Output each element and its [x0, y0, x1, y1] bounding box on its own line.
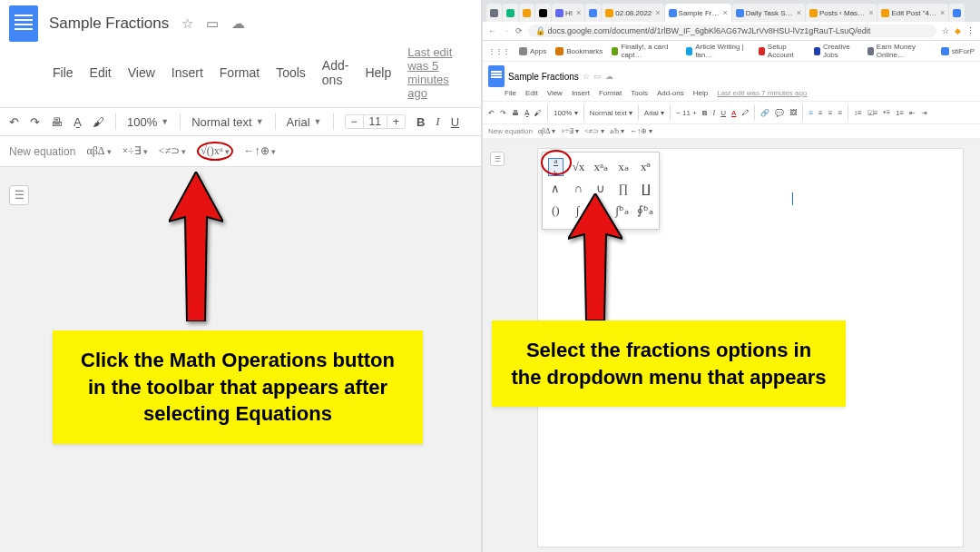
fontsize-increase[interactable]: +: [387, 115, 405, 128]
fontsize-box[interactable]: − 11 +: [676, 109, 697, 117]
new-equation-button[interactable]: New equation: [9, 145, 75, 158]
menu-insert[interactable]: Insert: [572, 89, 590, 97]
eq-option[interactable]: ∫: [571, 202, 586, 220]
align-left-icon[interactable]: ≡: [808, 109, 813, 117]
addr-ext1-icon[interactable]: ◆: [955, 26, 961, 35]
addr-star-icon[interactable]: ☆: [942, 26, 949, 35]
new-equation-button[interactable]: New equation: [488, 127, 533, 135]
browser-tab[interactable]: Daily Task S…×: [732, 4, 805, 22]
menu-tools[interactable]: Tools: [276, 65, 306, 80]
menu-insert[interactable]: Insert: [172, 65, 203, 80]
nav-reload-icon[interactable]: ⟳: [515, 26, 523, 35]
eq-option[interactable]: ∐: [638, 180, 653, 198]
tab-close-icon[interactable]: ×: [576, 8, 581, 17]
nav-back-icon[interactable]: ←: [488, 26, 496, 35]
browser-tab[interactable]: Posts ‹ Mas…×: [806, 4, 877, 22]
bookmark-item[interactable]: Creative Jobs: [814, 43, 858, 59]
eq-operators-button[interactable]: ×÷∃▾: [122, 144, 148, 158]
document-title[interactable]: Sample Fractions: [49, 15, 169, 33]
line-spacing-icon[interactable]: ↕≡: [854, 109, 862, 117]
link-icon[interactable]: 🔗: [760, 109, 769, 117]
browser-tab[interactable]: Sample Fr…×: [665, 4, 731, 22]
italic-button[interactable]: I: [713, 109, 716, 117]
docs-logo-icon[interactable]: [9, 5, 38, 42]
nav-forward-icon[interactable]: →: [502, 26, 510, 35]
apps-icon[interactable]: ⋮⋮⋮: [488, 47, 510, 55]
browser-tab[interactable]: [585, 4, 601, 22]
underline-button[interactable]: U: [720, 109, 726, 117]
comment-icon[interactable]: 💬: [775, 109, 784, 117]
eq-operators-button[interactable]: ×÷∃ ▾: [561, 127, 579, 135]
browser-tab[interactable]: [949, 4, 965, 22]
star-icon[interactable]: ☆: [181, 15, 193, 32]
eq-option[interactable]: ∫ᵇₐ: [615, 202, 631, 220]
address-url[interactable]: 🔒 docs.google.com/document/d/1rlBW_IF_6g…: [528, 25, 936, 37]
menu-edit[interactable]: Edit: [90, 65, 112, 80]
indent-decrease-icon[interactable]: ⇤: [909, 109, 916, 117]
eq-option[interactable]: xₐ: [616, 158, 632, 176]
eq-option[interactable]: xⁿₐ: [593, 158, 609, 176]
browser-tab[interactable]: 02.08.2022×: [602, 4, 663, 22]
eq-option[interactable]: xᵃ: [638, 158, 653, 176]
undo-icon[interactable]: ↶: [9, 115, 19, 129]
print-icon[interactable]: 🖶: [512, 109, 519, 117]
menu-format[interactable]: Format: [220, 65, 260, 80]
eq-option[interactable]: ab: [548, 158, 564, 176]
highlight-button[interactable]: 🖍: [741, 109, 749, 117]
bookmark-item[interactable]: Setup Account: [759, 43, 805, 59]
menu-file[interactable]: File: [53, 65, 74, 80]
indent-increase-icon[interactable]: ⇥: [921, 109, 927, 117]
zoom-select[interactable]: 100%▼: [127, 115, 169, 129]
tab-close-icon[interactable]: ×: [940, 8, 945, 17]
font-select[interactable]: Arial ▾: [644, 109, 664, 117]
menu-edit[interactable]: Edit: [525, 89, 538, 97]
eq-relations-button[interactable]: <≠⊃ ▾: [584, 127, 604, 135]
browser-tab[interactable]: H!×: [552, 4, 584, 22]
outline-toggle[interactable]: ☰: [490, 152, 505, 166]
align-center-icon[interactable]: ≡: [818, 109, 823, 117]
eq-greek-button[interactable]: αβΔ▾: [86, 144, 111, 158]
eq-math-ops-button[interactable]: √()xⁿ▾: [201, 144, 229, 158]
checklist-icon[interactable]: ☑≡: [867, 109, 878, 117]
bookmark-item[interactable]: Apps: [519, 47, 546, 55]
move-icon[interactable]: ▭: [206, 15, 219, 32]
eq-option[interactable]: ∪: [593, 180, 609, 198]
eq-option[interactable]: ∮: [593, 202, 608, 220]
tab-close-icon[interactable]: ×: [655, 8, 660, 17]
text-color-button[interactable]: A: [731, 109, 736, 117]
style-select[interactable]: Normal text▼: [191, 115, 263, 129]
last-edit-link[interactable]: Last edit was 5 minutes ago: [407, 45, 472, 100]
browser-tab[interactable]: [486, 4, 502, 22]
bookmark-item[interactable]: Earn Money Online…: [867, 43, 932, 59]
star-icon[interactable]: ☆: [583, 72, 590, 81]
bookmark-item[interactable]: Bookmarks: [555, 47, 603, 55]
eq-option[interactable]: ∏: [615, 180, 631, 198]
bookmark-item[interactable]: Article Writing | fan…: [686, 43, 750, 59]
document-title[interactable]: Sample Fractions: [508, 72, 579, 82]
eq-option[interactable]: √x: [571, 158, 586, 176]
print-icon[interactable]: 🖶: [51, 115, 63, 129]
move-icon[interactable]: ▭: [593, 72, 602, 81]
eq-relations-button[interactable]: <≠⊃▾: [159, 144, 186, 158]
menu-addons[interactable]: Add-ons: [322, 58, 349, 87]
browser-tab[interactable]: [503, 4, 518, 22]
bold-button[interactable]: B: [702, 109, 708, 117]
image-icon[interactable]: 🖼: [789, 109, 797, 117]
align-right-icon[interactable]: ≡: [828, 109, 833, 117]
browser-tab[interactable]: [535, 4, 551, 22]
style-select[interactable]: Normal text ▾: [590, 109, 632, 117]
menu-format[interactable]: Format: [599, 89, 622, 97]
menu-addons[interactable]: Add-ons: [657, 89, 684, 97]
browser-tab[interactable]: [519, 4, 534, 22]
underline-button[interactable]: U: [451, 115, 459, 129]
menu-help[interactable]: Help: [693, 89, 708, 97]
cloud-icon[interactable]: ☁: [605, 72, 613, 81]
eq-greek-button[interactable]: αβΔ ▾: [538, 127, 555, 135]
redo-icon[interactable]: ↷: [30, 115, 40, 129]
paint-format-icon[interactable]: 🖌: [534, 109, 542, 117]
undo-icon[interactable]: ↶: [488, 109, 495, 117]
fontsize-value[interactable]: 11: [363, 115, 387, 128]
zoom-select[interactable]: 100% ▾: [554, 109, 578, 117]
tab-close-icon[interactable]: ×: [722, 8, 727, 17]
eq-option[interactable]: (): [548, 202, 564, 220]
